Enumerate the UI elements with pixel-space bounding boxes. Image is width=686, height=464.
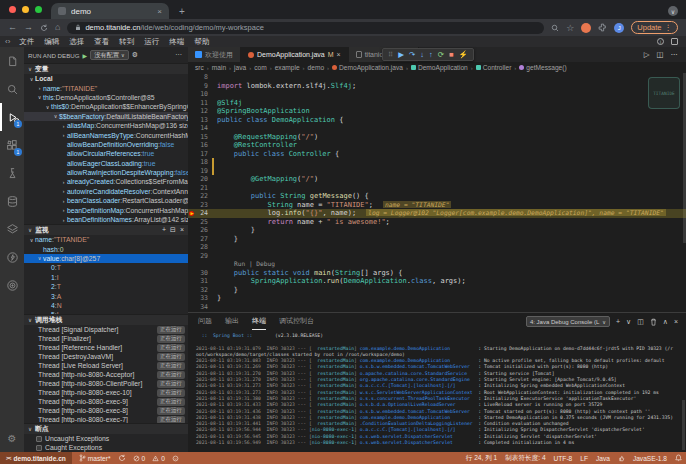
continue-icon[interactable]: ▶ [398,51,404,59]
activity-item-search[interactable] [0,75,24,103]
code-line[interactable]: 29 [188,252,686,261]
close-panel-icon[interactable]: × [674,318,678,325]
extension-avatar[interactable] [581,23,591,33]
code-line[interactable]: 31 SpringApplication.run(DemoApplication… [188,277,686,286]
watch-section-header[interactable]: ∨ 监视 +⊟× [24,224,188,235]
breakpoints-section-header[interactable]: ∨ 断点 [24,423,188,434]
layout-icon[interactable] [671,38,678,45]
breadcrumb-item[interactable]: example [275,64,300,71]
add-watch-icon[interactable]: + [162,226,166,234]
callstack-section-header[interactable]: ∨ 调用堆栈 [24,314,188,325]
address-bar[interactable]: demo.titanide.cn/ide/web/coding/demo/my-… [67,22,544,34]
code-line[interactable]: 25 return name + " is awesome!"; [188,218,686,227]
home-icon[interactable]: ⌂ [55,23,60,32]
variable-row[interactable]: ∨Local [24,74,188,83]
code-line[interactable]: Run | Debug [188,260,686,269]
thread-row[interactable]: Thread [http-nio-8080-Acceptor]正在运行 [24,370,188,379]
breadcrumb-item[interactable]: getMessage() [519,64,566,71]
status-warnings[interactable]: 0 [152,455,165,462]
maximize-panel-icon[interactable]: ∧ [663,318,668,325]
code-line[interactable]: 13public class DemoApplication { [188,116,686,125]
variable-row[interactable]: ›aliasMap: ConcurrentHashMap@136 size=1 [24,121,188,130]
codelens-run-debug[interactable]: Run | Debug [234,260,275,267]
code-editor[interactable]: TITANIDE 89import lombok.extern.slf4j.Sl… [188,73,686,312]
menu-item-选择[interactable]: 选择 [64,37,89,46]
variable-row[interactable]: ›beanDefinitionNames: ArrayList@142 size… [24,215,188,224]
reload-icon[interactable] [40,24,48,32]
update-button[interactable]: Update ⋮ [631,21,678,34]
browser-menu-icon[interactable]: ⋮ [665,23,673,32]
terminal-dropdown[interactable]: 4: Java Debug Console (L ∨ [526,316,610,327]
variable-row[interactable]: 1: I [24,273,188,282]
status-indentation[interactable]: 制表符长度: 4 [505,454,545,463]
variable-row[interactable]: allowEagerClassLoading: true [24,159,188,168]
editor-tab-DemoApplication.java[interactable]: DemoApplication.javaM× [241,47,349,62]
thread-row[interactable]: Thread [DestroyJavaVM]正在运行 [24,352,188,361]
variable-row[interactable]: allowRawInjectionDespiteWrapping: false [24,168,188,177]
menu-item-查看[interactable]: 查看 [89,37,114,46]
terminal-profile-dropdown-icon[interactable]: ∨ [626,318,631,325]
panel-tab-调试控制台[interactable]: 调试控制台 [279,313,314,330]
thread-row[interactable]: Thread [http-nio-8080-exec-8]正在运行 [24,406,188,415]
status-branch[interactable]: master* [79,454,111,462]
start-debug-icon[interactable]: ▶ [83,52,88,59]
menu-item-帮助[interactable]: 帮助 [189,37,214,46]
maximize-window-icon[interactable] [35,6,42,13]
code-line[interactable]: 28 [188,243,686,252]
activity-item-extensions[interactable]: 1 [0,131,24,159]
panel-tab-输出[interactable]: 输出 [225,313,239,330]
activity-item-settings[interactable]: ⚙ [0,424,24,452]
breadcrumb-item[interactable]: Controller [476,64,512,71]
variable-row[interactable]: ∨this$0: DemoApplication$$EnhancerBySpri… [24,102,188,111]
code-line[interactable]: 21 [188,184,686,193]
bookmark-star-icon[interactable]: ☆ [566,23,574,33]
drag-handle-icon[interactable]: ⠿ [388,51,393,59]
code-line[interactable]: 12@SpringBootApplication [188,107,686,116]
terminal-output[interactable]: :: Spring Boot :: (v2.3.10.RELEASE) 2021… [188,330,686,451]
activity-item-target[interactable] [0,271,24,299]
menu-item-运行[interactable]: 运行 [139,37,164,46]
collapse-watch-icon[interactable]: ⊟ [170,226,176,234]
more-actions-icon[interactable]: ⋯ [671,50,679,59]
code-line[interactable]: 11@Slf4j [188,99,686,108]
breadcrumb-item[interactable]: com [254,64,266,71]
code-line[interactable]: 19 [188,167,686,176]
variable-row[interactable]: ∨value: char[8]@257 [24,254,188,263]
variable-row[interactable]: ›autowireCandidateResolver: ContextAnnot… [24,187,188,196]
variable-row[interactable]: 0: T [24,263,188,272]
thread-row[interactable]: Thread [Finalizer]正在运行 [24,334,188,343]
status-sync[interactable] [118,454,126,462]
code-line[interactable]: 17 public class Controller { [188,150,686,159]
variable-row[interactable]: ›alreadyCreated: Collections$SetFromMap@… [24,177,188,186]
thread-row[interactable]: Thread [Signal Dispatcher]正在运行 [24,325,188,334]
remote-indicator[interactable]: >< demo.titanide.cn [0,452,72,464]
zoom-icon[interactable] [551,24,559,32]
variable-row[interactable]: ∨this: DemoApplication$Controller@85 [24,93,188,102]
code-line[interactable]: 23 String name = "TITANIDE";name = "TITA… [188,201,686,210]
restart-icon[interactable]: ⟳ [438,51,444,59]
variable-row[interactable]: ∨$$beanFactory: DefaultListableBeanFacto… [24,112,188,121]
code-line[interactable]: 20 @GetMapping("/") [188,175,686,184]
checkbox[interactable] [36,436,42,442]
variable-row[interactable]: 3: A [24,291,188,300]
breadcrumb-item[interactable]: DemoApplication.java [332,64,403,71]
breakpoint-row[interactable]: Caught Exceptions [24,443,188,452]
debug-settings-icon[interactable]: ⚙ [132,51,138,59]
variable-row[interactable]: ›beanDefinitionMap: ConcurrentHashMap@14… [24,205,188,214]
status-notifications[interactable] [675,454,682,462]
status-cursor-position[interactable]: 行 24, 列 1 [466,454,498,463]
editor-tab-欢迎使用[interactable]: 欢迎使用 [188,47,241,62]
status-feedback[interactable] [172,455,179,462]
variable-row[interactable]: ›beanClassLoader: RestartClassLoader@140 [24,196,188,205]
code-line[interactable]: 18 [188,158,686,167]
thread-row[interactable]: Thread [http-nio-8080-ClientPoller]正在运行 [24,379,188,388]
forward-icon[interactable]: → [24,23,33,32]
variable-row[interactable]: ›allBeanNamesByType: ConcurrentHashMap@1… [24,130,188,139]
split-editor-icon[interactable]: ◫ [656,50,663,59]
step-into-icon[interactable]: ↓ [420,51,424,59]
code-line[interactable]: ▶24 log.info("{}", name);log = Logger@10… [188,209,686,218]
menu-item-终端[interactable]: 终端 [164,37,189,46]
variable-row[interactable]: ∨name: "TITANIDE" [24,235,188,244]
kill-terminal-icon[interactable] [650,318,657,326]
status-eol[interactable]: LF [580,455,588,462]
